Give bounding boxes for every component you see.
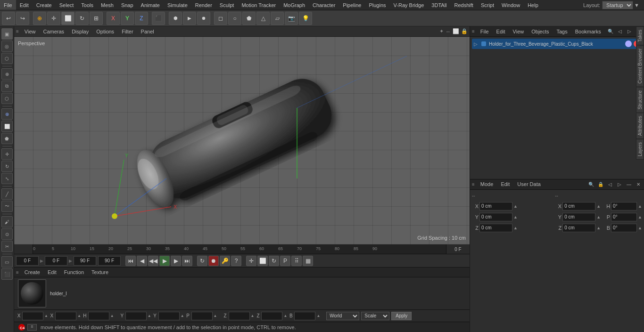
- obj-menu-tags[interactable]: Tags: [555, 29, 570, 34]
- coord-b-input[interactable]: [294, 312, 315, 320]
- viewport-sphere-button[interactable]: ○: [228, 12, 241, 25]
- preview-button[interactable]: P: [280, 256, 290, 266]
- viewport-menu-options[interactable]: Options: [94, 29, 116, 34]
- coord-y2-up[interactable]: ▲: [180, 314, 185, 318]
- scale-dropdown[interactable]: Scale Size: [361, 312, 389, 320]
- tool-poly-sel[interactable]: ⬟: [1, 133, 13, 144]
- go-to-start-button[interactable]: ⏮: [125, 256, 136, 266]
- loop-button[interactable]: ↻: [197, 256, 207, 266]
- play-back-button[interactable]: ◀◀: [148, 256, 158, 266]
- scale-tool-button[interactable]: ⬜: [61, 12, 74, 25]
- coord-x2-input[interactable]: [55, 312, 76, 320]
- tool-bp[interactable]: ⬡: [1, 53, 13, 64]
- viewport-menu-display[interactable]: Display: [70, 29, 91, 34]
- move-keyframe-button[interactable]: ✛: [246, 256, 256, 266]
- coord-b-up[interactable]: ▲: [316, 314, 321, 318]
- viewport-light-button[interactable]: 💡: [299, 12, 312, 25]
- status-dots[interactable]: ⠿: [27, 324, 37, 331]
- coord-z-up[interactable]: ▲: [250, 314, 255, 318]
- coord-z2-input[interactable]: [261, 312, 282, 320]
- attr-y-pos-field[interactable]: 0 cm: [479, 213, 512, 221]
- obj-menu-file[interactable]: File: [479, 29, 491, 34]
- attr-lock-icon[interactable]: 🔒: [597, 180, 604, 188]
- coord-z2-up[interactable]: ▲: [283, 314, 288, 318]
- tab-structure[interactable]: Structure: [636, 87, 644, 113]
- tool-paint[interactable]: 🖌: [1, 216, 13, 227]
- menu-mesh[interactable]: Mesh: [97, 0, 117, 10]
- coord-z-input[interactable]: [229, 312, 250, 320]
- menu-create[interactable]: Create: [33, 0, 56, 10]
- menu-redshift[interactable]: Redshift: [451, 0, 477, 10]
- coord-h-input[interactable]: [88, 312, 109, 320]
- menu-select[interactable]: Select: [56, 0, 78, 10]
- attr-y-arrow[interactable]: ▲: [513, 215, 518, 219]
- tool-spline[interactable]: 〜: [1, 201, 13, 212]
- attr-back-icon[interactable]: ◁: [606, 180, 614, 188]
- obj-back-icon[interactable]: ◁: [616, 28, 624, 35]
- grid-button[interactable]: ⠿: [291, 256, 302, 266]
- help-button[interactable]: ?: [231, 256, 241, 266]
- tool-floor[interactable]: ▭: [1, 256, 13, 267]
- tool-rotate[interactable]: ↻: [1, 161, 13, 172]
- settings-button[interactable]: ▦: [303, 256, 313, 266]
- tool-cube[interactable]: ⬛: [1, 268, 13, 280]
- attr-h-arrow[interactable]: ▲: [638, 204, 642, 209]
- viewport-menu-view[interactable]: View: [23, 29, 38, 34]
- tool-knife[interactable]: ✂: [1, 241, 13, 252]
- attr-zsize-arrow[interactable]: ▲: [596, 226, 601, 230]
- tool-rect-sel[interactable]: ⬜: [1, 121, 13, 132]
- del-keyframe-button[interactable]: ↻: [269, 256, 279, 266]
- attr-x-pos-field[interactable]: 0 cm: [479, 202, 512, 211]
- autokey-button[interactable]: 🔑: [220, 256, 230, 266]
- menu-help[interactable]: Help: [524, 0, 542, 10]
- viewport-icon-lock[interactable]: 🔒: [461, 28, 468, 34]
- attr-h-field[interactable]: 0°: [611, 202, 637, 211]
- coord-x-up[interactable]: ▲: [44, 314, 49, 318]
- material-menu-create[interactable]: Create: [23, 269, 42, 275]
- menu-3dtall[interactable]: 3DTAll: [428, 0, 450, 10]
- tab-takes[interactable]: Takes: [636, 26, 644, 45]
- tool-scale[interactable]: ⤡: [1, 173, 13, 184]
- cube-button[interactable]: ⬛: [152, 12, 165, 25]
- coord-y-up[interactable]: ▲: [147, 314, 152, 318]
- layout-select[interactable]: Startup: [602, 1, 633, 9]
- obj-menu-bookmarks[interactable]: Bookmarks: [573, 29, 603, 34]
- tool-select1[interactable]: ⊕: [1, 68, 13, 80]
- play-forward-button[interactable]: ▶: [159, 256, 170, 266]
- attr-search-icon[interactable]: 🔍: [587, 180, 595, 188]
- coord-p-input[interactable]: [191, 312, 213, 320]
- tool-live-sel[interactable]: ⊛: [1, 108, 13, 120]
- attr-menu-userdata[interactable]: User Data: [515, 181, 543, 187]
- coord-y-input[interactable]: [125, 312, 147, 320]
- coord-x2-up[interactable]: ▲: [77, 314, 82, 318]
- material-thumbnail[interactable]: [18, 279, 46, 308]
- attr-z-pos-field[interactable]: 0 cm: [479, 224, 512, 232]
- attr-p-field[interactable]: 0°: [611, 213, 637, 221]
- attr-minimize-icon[interactable]: —: [625, 180, 633, 188]
- viewport-cube-button[interactable]: ◻: [214, 12, 227, 25]
- transform-tool-button[interactable]: ⊞: [90, 12, 103, 25]
- viewport-cone-button[interactable]: △: [256, 12, 270, 25]
- attr-z-size-field[interactable]: 0 cm: [562, 224, 595, 232]
- coord-x-input[interactable]: [22, 312, 43, 320]
- material-menu-function[interactable]: Function: [62, 269, 86, 275]
- go-to-end-button[interactable]: ⏭: [182, 256, 192, 266]
- viewport-icon-arrow[interactable]: ↔: [446, 29, 451, 34]
- apply-button[interactable]: Apply: [391, 312, 412, 320]
- step-back-button[interactable]: ◀: [137, 256, 147, 266]
- obj-search-icon[interactable]: 🔍: [607, 28, 614, 35]
- render-view-button[interactable]: ▶: [183, 12, 196, 25]
- render-to-po-button[interactable]: ⏺: [197, 12, 210, 25]
- coord-y2-input[interactable]: [158, 312, 180, 320]
- material-menu-edit[interactable]: Edit: [46, 269, 58, 275]
- move-tool-button[interactable]: ✛: [47, 12, 60, 25]
- select-tool-button[interactable]: ⊕: [33, 12, 46, 25]
- coord-p-up[interactable]: ▲: [213, 314, 218, 318]
- attr-x-size-field[interactable]: 0 cm: [562, 202, 595, 211]
- material-menu-texture[interactable]: Texture: [90, 269, 110, 275]
- attr-forward-icon[interactable]: ▷: [616, 180, 623, 188]
- start-frame-field[interactable]: 0 F: [45, 256, 67, 266]
- current-frame-field[interactable]: 0 F: [16, 256, 39, 266]
- menu-vray[interactable]: V-Ray Bridge: [390, 0, 428, 10]
- viewport-icon-expand[interactable]: ✦: [439, 28, 444, 34]
